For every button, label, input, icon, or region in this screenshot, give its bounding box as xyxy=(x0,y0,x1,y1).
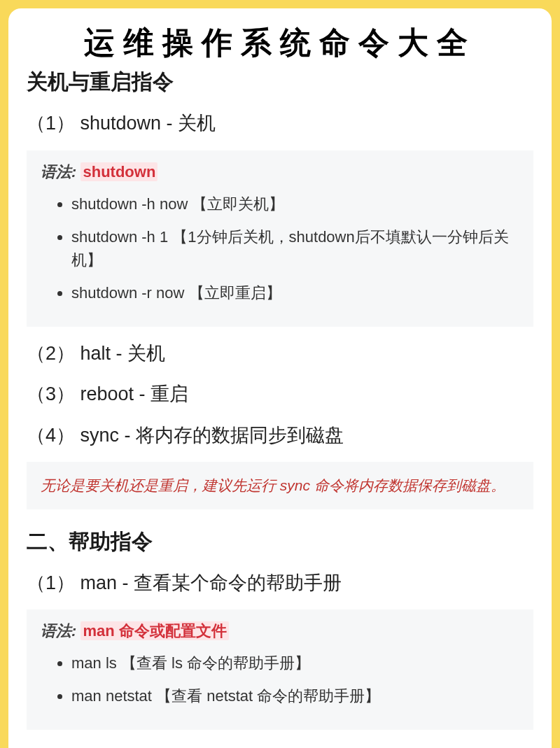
cmd-item-3: （3） reboot - 重启 xyxy=(27,380,533,409)
example-item: shutdown -h 1 【1分钟后关机，shutdown后不填默认一分钟后关… xyxy=(71,225,519,271)
example-item: shutdown -h now 【立即关机】 xyxy=(71,192,519,216)
cmd-item-2: （2） halt - 关机 xyxy=(27,339,533,368)
syntax-command: man 命令或配置文件 xyxy=(80,621,228,640)
syntax-label: 语法: xyxy=(41,622,76,640)
code-block-shutdown: 语法: shutdown shutdown -h now 【立即关机】 shut… xyxy=(27,150,533,327)
document-card: 运维操作系统命令大全 关机与重启指令 （1） shutdown - 关机 语法:… xyxy=(8,8,552,748)
syntax-command: shutdown xyxy=(80,162,158,181)
syntax-line: 语法: man 命令或配置文件 xyxy=(41,621,519,642)
section-2-heading: 二、帮助指令 xyxy=(27,528,533,556)
syntax-line: 语法: shutdown xyxy=(41,162,519,183)
syntax-label: 语法: xyxy=(41,163,76,181)
example-list: man ls 【查看 ls 命令的帮助手册】 man netstat 【查看 n… xyxy=(41,651,519,707)
page-title: 运维操作系统命令大全 xyxy=(27,22,533,64)
section-1-heading: 关机与重启指令 xyxy=(27,68,533,97)
note-block: 无论是要关机还是重启，建议先运行 sync 命令将内存数据保存到磁盘。 xyxy=(27,462,533,509)
example-item: man ls 【查看 ls 命令的帮助手册】 xyxy=(71,651,519,675)
note-text: 无论是要关机还是重启，建议先运行 sync 命令将内存数据保存到磁盘。 xyxy=(41,474,519,497)
code-block-man: 语法: man 命令或配置文件 man ls 【查看 ls 命令的帮助手册】 m… xyxy=(27,609,533,730)
cmd-item-4: （4） sync - 将内存的数据同步到磁盘 xyxy=(27,421,533,450)
example-item: man netstat 【查看 netstat 命令的帮助手册】 xyxy=(71,684,519,707)
cmd-item-man: （1） man - 查看某个命令的帮助手册 xyxy=(27,569,533,598)
example-list: shutdown -h now 【立即关机】 shutdown -h 1 【1分… xyxy=(41,192,519,304)
cmd-item-1: （1） shutdown - 关机 xyxy=(27,109,533,138)
example-item: shutdown -r now 【立即重启】 xyxy=(71,281,519,304)
